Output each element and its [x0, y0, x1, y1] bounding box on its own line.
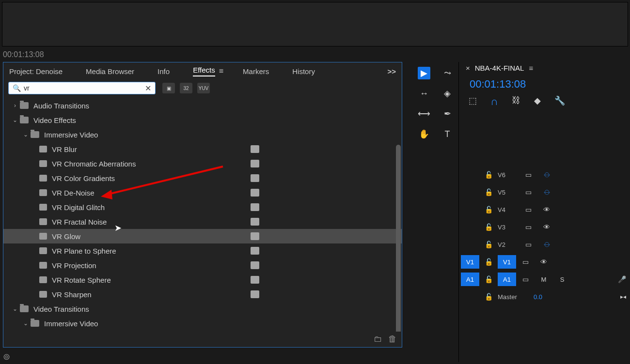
- sync-lock-icon[interactable]: ▭: [516, 275, 535, 283]
- voiceover-record-icon[interactable]: 🎤: [618, 275, 626, 283]
- eye-icon[interactable]: 👁: [537, 206, 556, 213]
- effect-vr-fractal-noise[interactable]: VR Fractal Noise: [3, 214, 402, 229]
- effect-vr-sharpen[interactable]: VR Sharpen: [3, 287, 402, 302]
- hand-icon[interactable]: ✋: [418, 128, 430, 140]
- markers-icon[interactable]: ◆: [534, 95, 541, 108]
- eye-off-icon[interactable]: ⦵: [537, 241, 556, 249]
- sync-lock-icon[interactable]: ▭: [516, 258, 535, 266]
- lock-icon[interactable]: 🔓: [479, 258, 498, 266]
- playhead-timecode[interactable]: 00:01:13:08: [470, 78, 630, 91]
- sync-lock-icon[interactable]: ▭: [519, 188, 537, 196]
- 32bit-icon[interactable]: 32: [180, 83, 192, 93]
- gpu-badge-icon: [251, 160, 259, 167]
- solo-button[interactable]: S: [553, 276, 571, 283]
- track-v4[interactable]: 🔓V4▭👁: [461, 201, 630, 218]
- gpu-badge-icon: [251, 247, 259, 255]
- tab-markers[interactable]: Markers: [243, 67, 269, 76]
- sync-lock-icon[interactable]: ▭: [519, 206, 537, 213]
- eye-icon[interactable]: 👁: [535, 258, 553, 266]
- preset-icon: [39, 218, 47, 225]
- track-a1[interactable]: A1🔓A1▭MS🎤: [461, 271, 630, 288]
- effect-vr-digital-glitch[interactable]: VR Digital Glitch: [3, 200, 402, 214]
- lock-icon[interactable]: 🔓: [479, 241, 498, 248]
- snap-icon[interactable]: ∩: [490, 95, 498, 108]
- track-master[interactable]: 🔓Master0.0▸◂: [461, 288, 630, 305]
- lock-icon[interactable]: 🔓: [479, 171, 498, 179]
- effect-vr-projection[interactable]: VR Projection: [3, 258, 402, 273]
- eye-off-icon[interactable]: ⦵: [537, 171, 556, 179]
- tab-media-browser[interactable]: Media Browser: [86, 67, 134, 76]
- folder-video-effects[interactable]: ⌄ Video Effects: [3, 113, 402, 127]
- effect-label: VR Rotate Sphere: [52, 276, 111, 284]
- tabs-overflow-icon[interactable]: >>: [387, 67, 396, 76]
- lock-icon[interactable]: 🔓: [479, 293, 498, 301]
- track-target-v1[interactable]: V1: [498, 255, 516, 269]
- search-input[interactable]: [24, 84, 145, 92]
- panel-menu-icon[interactable]: ≡: [219, 67, 223, 76]
- clear-search-icon[interactable]: ✕: [145, 84, 151, 93]
- razor-icon[interactable]: ◈: [441, 87, 454, 100]
- panel-menu-icon[interactable]: ≡: [529, 64, 533, 72]
- track-label: Master: [498, 293, 519, 301]
- sync-lock-icon[interactable]: ▭: [519, 241, 537, 248]
- master-volume[interactable]: 0.0: [534, 293, 542, 301]
- lock-icon[interactable]: 🔓: [479, 206, 498, 213]
- lock-icon[interactable]: 🔓: [479, 223, 498, 231]
- effect-vr-color-gradients[interactable]: VR Color Gradients: [3, 171, 402, 185]
- collapse-icon[interactable]: ▸◂: [620, 293, 626, 300]
- selection-tool-icon[interactable]: ▶: [418, 67, 430, 79]
- tab-info[interactable]: Info: [158, 67, 170, 76]
- tab-project[interactable]: Project: Denoise: [9, 67, 63, 76]
- sequence-title[interactable]: NBA-4K-FINAL: [475, 64, 524, 72]
- track-target-a1[interactable]: A1: [498, 273, 516, 286]
- eye-off-icon[interactable]: ⦵: [537, 188, 556, 197]
- preset-icon: [39, 189, 47, 196]
- folder-immersive-video[interactable]: ⌄ Immersive Video: [3, 127, 402, 142]
- sync-lock-icon[interactable]: ▭: [519, 171, 537, 179]
- effects-tree: › Audio Transitions ⌄ Video Effects ⌄ Im…: [3, 96, 402, 332]
- effect-vr-glow[interactable]: VR Glow: [3, 229, 402, 243]
- track-v1[interactable]: V1🔓V1▭👁: [461, 253, 630, 271]
- slip-icon[interactable]: ⟷: [418, 107, 430, 120]
- linked-selection-icon[interactable]: ⛓: [512, 95, 520, 108]
- eye-icon[interactable]: 👁: [537, 223, 556, 231]
- effect-vr-chromatic-aberrations[interactable]: VR Chromatic Aberrations: [3, 156, 402, 171]
- lock-icon[interactable]: 🔓: [479, 275, 498, 283]
- lock-icon[interactable]: 🔓: [479, 188, 498, 196]
- track-header-area: 🔓V6▭⦵ 🔓V5▭⦵ 🔓V4▭👁 🔓V3▭👁 🔓V2▭⦵ V1🔓V1▭👁 A1…: [461, 166, 630, 305]
- source-patch-a1[interactable]: A1: [461, 273, 479, 286]
- yuv-icon[interactable]: YUV: [197, 83, 210, 93]
- effects-search[interactable]: 🔍 ✕: [8, 82, 156, 94]
- type-icon[interactable]: T: [441, 128, 454, 140]
- effect-vr-plane-to-sphere[interactable]: VR Plane to Sphere: [3, 243, 402, 258]
- timeline-tools: ▶⤳ ↔◈ ⟷✒ ✋T: [409, 67, 457, 362]
- insert-overwrite-icon[interactable]: ⬚: [469, 95, 477, 108]
- track-v2[interactable]: 🔓V2▭⦵: [461, 236, 630, 253]
- folder-video-transitions[interactable]: ⌄ Video Transitions: [3, 302, 402, 316]
- settings-icon[interactable]: 🔧: [554, 95, 565, 108]
- source-patch-v1[interactable]: V1: [461, 255, 479, 269]
- preset-icon: [39, 233, 47, 240]
- folder-immersive-video-transitions[interactable]: ⌄ Immersive Video: [3, 316, 402, 331]
- effect-vr-rotate-sphere[interactable]: VR Rotate Sphere: [3, 273, 402, 287]
- delete-icon[interactable]: 🗑: [388, 334, 397, 344]
- scrollbar-vertical[interactable]: [396, 145, 401, 332]
- mute-button[interactable]: M: [535, 276, 553, 283]
- close-sequence-icon[interactable]: ×: [466, 64, 470, 72]
- effect-vr-blur[interactable]: VR Blur: [3, 142, 402, 156]
- track-v3[interactable]: 🔓V3▭👁: [461, 218, 630, 236]
- track-select-forward-icon[interactable]: ⤳: [441, 67, 454, 79]
- new-bin-icon[interactable]: 🗀: [374, 334, 382, 344]
- effect-vr-de-noise[interactable]: VR De-Noise: [3, 185, 402, 200]
- tab-effects[interactable]: Effects: [193, 66, 215, 76]
- accelerated-fx-icon[interactable]: ▣: [162, 83, 175, 93]
- sync-lock-icon[interactable]: ▭: [519, 223, 537, 231]
- track-v6[interactable]: 🔓V6▭⦵: [461, 166, 630, 183]
- track-v5[interactable]: 🔓V5▭⦵: [461, 183, 630, 201]
- preset-icon: [39, 204, 47, 211]
- folder-icon: [20, 102, 29, 109]
- folder-audio-transitions[interactable]: › Audio Transitions: [3, 98, 402, 113]
- tab-history[interactable]: History: [292, 67, 315, 76]
- ripple-edit-icon[interactable]: ↔: [418, 87, 430, 100]
- pen-icon[interactable]: ✒: [441, 107, 454, 120]
